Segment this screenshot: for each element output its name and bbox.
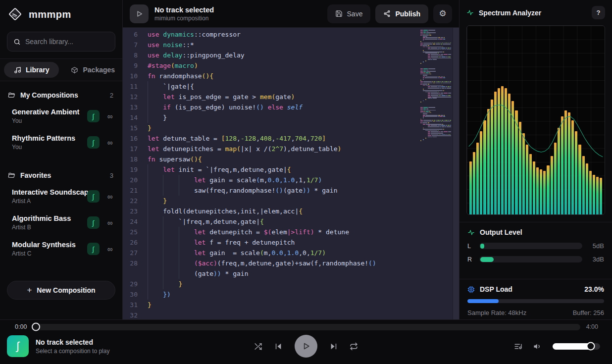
- code-line[interactable]: 9#stage(macro): [123, 60, 420, 71]
- settings-button[interactable]: ⚙: [433, 4, 452, 23]
- output-level-section: Output Level L 5dBR 3dB: [459, 222, 612, 272]
- list-item[interactable]: Generative Ambient You ∫ ∞: [7, 105, 115, 127]
- code-line[interactable]: 30}): [123, 289, 420, 300]
- section-header[interactable]: Favorites 3: [7, 166, 115, 185]
- header-subtitle: mimium composition: [154, 15, 214, 22]
- code-line[interactable]: 29}: [123, 279, 420, 289]
- code-line[interactable]: 32: [123, 310, 420, 319]
- composition-author: Artist B: [12, 224, 87, 231]
- list-item[interactable]: Rhythmic Patterns You ∫ ∞: [7, 131, 115, 154]
- code-line[interactable]: 7use noise::*: [123, 40, 420, 50]
- publish-button[interactable]: Publish: [375, 4, 428, 23]
- shuffle-button[interactable]: [254, 342, 262, 351]
- code-line[interactable]: 24`|freq,m,detune,gate|{: [123, 216, 420, 227]
- save-button[interactable]: Save: [327, 4, 371, 23]
- next-track-button[interactable]: [329, 342, 338, 351]
- code-text: foldl(detunepitches,init,|elem,acc|{: [146, 206, 303, 216]
- code-line[interactable]: 17let detunepitches = map(|x| x /(2^7),d…: [123, 144, 420, 154]
- infinity-icon: ∞: [105, 245, 114, 253]
- code-line[interactable]: 19let init = `|freq,m,detune,gate|{: [123, 164, 420, 175]
- play-button[interactable]: [295, 335, 317, 358]
- album-art: ∫: [7, 335, 29, 357]
- code-line[interactable]: 25let detunepitch = $(elem|>lift) * detu…: [123, 227, 420, 237]
- tab-library[interactable]: Library: [4, 62, 59, 78]
- code-line[interactable]: 31}: [123, 300, 420, 310]
- code-text: let detunepitch = $(elem|>lift) * detune: [146, 227, 349, 237]
- line-number: 22: [123, 196, 146, 206]
- code-text: ($acc)(freq,m,detune,gate)+saw(f,randomp…: [146, 258, 376, 268]
- seek-handle[interactable]: [32, 323, 40, 331]
- list-item[interactable]: Algorithmic Bass Artist B ∫ ∞: [7, 211, 115, 234]
- save-label: Save: [347, 10, 363, 18]
- new-composition-button[interactable]: + New Composition: [7, 281, 115, 300]
- code-line[interactable]: 28($acc)(freq,m,detune,gate)+saw(f,rando…: [123, 258, 420, 268]
- dsp-meta: Sample Rate: 48kHz Buffer: 256: [467, 309, 604, 316]
- code-text: }: [146, 279, 182, 289]
- composition-lists: My Compositions 2 Generative Ambient You…: [0, 81, 122, 278]
- search-input[interactable]: [25, 38, 109, 46]
- code-line[interactable]: 6use dynamics::compressor: [123, 29, 420, 40]
- meter-fill: [480, 257, 494, 262]
- code-line[interactable]: 11`|gate|{: [123, 81, 420, 92]
- header-actions: Save Publish ⚙: [327, 4, 452, 23]
- code-text: }: [146, 196, 167, 206]
- code-text: `|freq,m,detune,gate|{: [146, 216, 264, 227]
- editor-scrollbar[interactable]: [453, 28, 459, 319]
- line-number: 12: [123, 92, 146, 102]
- code-line[interactable]: (gate)) * gain: [123, 268, 420, 279]
- code-line[interactable]: 16let detune_table = [128,-128,408,-417,…: [123, 133, 420, 144]
- code-line[interactable]: 23foldl(detunepitches,init,|elem,acc|{: [123, 206, 420, 216]
- tab-packages[interactable]: Packages: [61, 62, 125, 78]
- composition-author: Artist C: [12, 250, 87, 257]
- code-text: let init = `|freq,m,detune,gate|{: [146, 164, 291, 175]
- now-playing: ∫ No track selected Select a composition…: [7, 335, 109, 357]
- previous-track-button[interactable]: [274, 342, 283, 351]
- output-level-title: Output Level: [480, 228, 604, 236]
- sample-rate: Sample Rate: 48kHz: [467, 309, 526, 316]
- header-play-button[interactable]: [130, 4, 149, 23]
- main-area: mmmpm Library Packages My Compositions 2…: [0, 0, 612, 319]
- list-item[interactable]: Interactive Soundscape Artist A ∫ ∞: [7, 185, 115, 208]
- code-line[interactable]: 14}: [123, 112, 420, 123]
- code-line[interactable]: 20let gain = scale(m,0.0,1.0,1,1/7): [123, 175, 420, 185]
- queue-button[interactable]: [514, 342, 522, 351]
- code-editor[interactable]: 6use dynamics::compressor7use noise::*8u…: [123, 28, 459, 319]
- section-header[interactable]: My Compositions 2: [7, 86, 115, 105]
- line-number: 31: [123, 300, 146, 310]
- center-column: No track selected mimium composition Sav…: [123, 0, 459, 319]
- line-number: [123, 268, 146, 279]
- code-text: }): [146, 289, 171, 300]
- spectrum-curve: [467, 26, 605, 214]
- code-content[interactable]: 6use dynamics::compressor7use noise::*8u…: [123, 28, 420, 319]
- code-line[interactable]: 27let gain = scale(m,0.0,1.0,0,1/7): [123, 248, 420, 258]
- code-line[interactable]: 26let f = freq + detunepitch: [123, 237, 420, 248]
- code-line[interactable]: 10fn randomphase(){: [123, 71, 420, 81]
- volume-knob[interactable]: [586, 342, 595, 351]
- seek-bar[interactable]: [33, 324, 580, 330]
- help-button[interactable]: ?: [592, 6, 605, 19]
- code-line[interactable]: 8use delay::pingpong_delay: [123, 50, 420, 60]
- code-line[interactable]: 18fn supersaw(){: [123, 154, 420, 164]
- line-number: 14: [123, 112, 146, 123]
- meter-track: [479, 256, 582, 262]
- volume-slider[interactable]: [553, 343, 600, 350]
- section-label: Favorites: [20, 171, 105, 179]
- meter-track: [479, 243, 582, 249]
- repeat-button[interactable]: [350, 342, 358, 351]
- code-line[interactable]: 22}: [123, 196, 420, 206]
- play-icon: [135, 9, 144, 18]
- level-meter-row: L 5dB: [467, 242, 604, 250]
- package-icon: [71, 66, 78, 74]
- editor-minimap[interactable]: [420, 30, 451, 319]
- code-line[interactable]: 21saw(freq,randomphase!()(gate)) * gain: [123, 185, 420, 196]
- list-item[interactable]: Modular Synthesis Artist C ∫ ∞: [7, 238, 115, 260]
- code-line[interactable]: 15}: [123, 123, 420, 133]
- list-item-text: Modular Synthesis Artist C: [12, 241, 87, 257]
- code-text: #stage(macro): [146, 60, 198, 71]
- code-line[interactable]: 12let is_pos_edge = gate > mem(gate): [123, 92, 420, 102]
- line-number: 23: [123, 206, 146, 216]
- line-number: 28: [123, 258, 146, 268]
- search-box[interactable]: [7, 32, 115, 52]
- composition-title: Modular Synthesis: [12, 241, 87, 249]
- code-line[interactable]: 13if (is_pos_edge) unoise!() else self: [123, 102, 420, 112]
